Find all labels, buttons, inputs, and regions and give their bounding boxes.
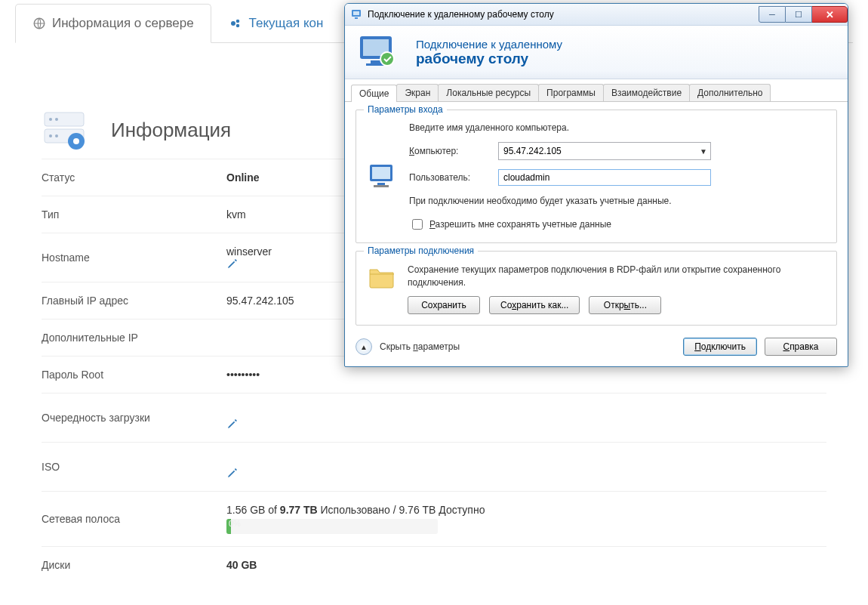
disks-value: 40 GB xyxy=(226,559,826,571)
user-label: Пользователь: xyxy=(409,172,492,183)
save-button[interactable]: Сохранить xyxy=(408,296,480,314)
dtab-programs[interactable]: Программы xyxy=(538,84,604,101)
connection-params-group: Параметры подключения Сохранение текущих… xyxy=(356,251,837,326)
section-title: Информация xyxy=(111,119,231,142)
mainip-label: Главный IP адрес xyxy=(42,295,226,307)
row-disks: Диски 40 GB xyxy=(42,546,826,583)
tab-label: Информация о сервере xyxy=(52,16,194,31)
bootorder-value xyxy=(226,406,826,430)
rdp-monitor-icon xyxy=(357,33,402,71)
tab-server-info[interactable]: Информация о сервере xyxy=(15,4,211,43)
computer-icon xyxy=(367,162,403,192)
svg-point-7 xyxy=(55,118,58,121)
edit-bootorder-icon[interactable] xyxy=(226,418,826,430)
save-creds-label: Разрешить мне сохранять учетные данные xyxy=(429,219,611,230)
rdp-dialog: Подключение к удаленному рабочему столу … xyxy=(344,3,848,367)
globe-icon xyxy=(32,17,46,30)
open-button[interactable]: Открыть... xyxy=(589,296,661,314)
save-as-button[interactable]: Сохранить как... xyxy=(489,296,580,314)
iso-value xyxy=(226,455,826,479)
folder-icon xyxy=(367,264,397,291)
network-label: Сетевая полоса xyxy=(42,513,226,525)
titlebar[interactable]: Подключение к удаленному рабочему столу … xyxy=(345,4,848,26)
svg-point-8 xyxy=(49,134,52,137)
row-network: Сетевая полоса 1.56 GB of 9.77 TB Исполь… xyxy=(42,491,826,546)
svg-rect-22 xyxy=(377,183,385,185)
edit-iso-icon[interactable] xyxy=(226,467,826,479)
dtab-experience[interactable]: Взаимодействие xyxy=(603,84,690,101)
save-creds-row: Разрешить мне сохранять учетные данные xyxy=(409,217,826,232)
connection-desc: Сохранение текущих параметров подключени… xyxy=(408,264,826,289)
computer-input[interactable] xyxy=(499,146,697,156)
dtab-general[interactable]: Общие xyxy=(351,85,397,102)
computer-label: Компьютер: xyxy=(409,146,492,156)
svg-rect-14 xyxy=(355,17,358,19)
disks-label: Диски xyxy=(42,559,226,571)
rootpw-label: Пароль Root xyxy=(42,369,226,381)
dtab-advanced[interactable]: Дополнительно xyxy=(689,84,771,101)
row-bootorder: Очередность загрузки xyxy=(42,393,826,442)
tab-current-config[interactable]: Текущая кон xyxy=(211,4,340,42)
banner-title: Подключение к удаленному рабочему столу xyxy=(416,38,562,67)
type-label: Тип xyxy=(42,208,226,221)
maximize-button[interactable]: ☐ xyxy=(786,6,812,23)
svg-rect-21 xyxy=(372,167,390,179)
network-value: 1.56 GB of 9.77 TB Использовано / 9.76 T… xyxy=(226,504,826,534)
addip-label: Дополнительные IP xyxy=(42,332,226,344)
gears-icon xyxy=(228,17,243,30)
svg-rect-13 xyxy=(353,11,359,15)
svg-point-1 xyxy=(231,21,235,26)
computer-combo[interactable]: ▼ xyxy=(498,142,711,160)
credentials-note: При подключении необходимо будет указать… xyxy=(409,195,826,208)
hostname-label: Hostname xyxy=(42,252,226,264)
dtab-local-resources[interactable]: Локальные ресурсы xyxy=(438,84,539,101)
save-creds-checkbox[interactable] xyxy=(412,219,423,230)
network-progress: 0% xyxy=(226,519,438,534)
combo-arrow-icon[interactable]: ▼ xyxy=(697,147,710,156)
connect-button[interactable]: Подключить xyxy=(683,338,757,356)
help-button[interactable]: Справка xyxy=(765,338,837,356)
dialog-banner: Подключение к удаленному рабочему столу xyxy=(345,26,848,79)
collapse-icon[interactable]: ▲ xyxy=(356,338,372,355)
bootorder-label: Очередность загрузки xyxy=(42,412,226,424)
row-iso: ISO xyxy=(42,442,826,491)
svg-point-9 xyxy=(55,134,58,137)
tab-label: Текущая кон xyxy=(249,16,324,31)
hide-params-link[interactable]: Скрыть параметры xyxy=(380,341,460,352)
window-title: Подключение к удаленному рабочему столу xyxy=(368,9,759,20)
server-icon xyxy=(42,110,94,151)
svg-point-3 xyxy=(235,23,239,27)
login-params-group: Параметры входа Введите имя удаленного к… xyxy=(356,110,837,243)
svg-point-11 xyxy=(73,138,79,144)
svg-point-6 xyxy=(49,118,52,121)
close-button[interactable]: ✕ xyxy=(812,6,848,23)
network-progress-fill: 0% xyxy=(226,519,231,534)
rootpw-value: ••••••••• xyxy=(226,369,826,381)
svg-rect-23 xyxy=(374,185,389,187)
minimize-button[interactable]: ─ xyxy=(759,6,786,23)
rdp-app-icon xyxy=(351,8,363,20)
user-input[interactable] xyxy=(498,169,711,186)
login-params-legend: Параметры входа xyxy=(364,104,447,115)
status-label: Статус xyxy=(42,171,226,184)
dialog-footer: ▲ Скрыть параметры Подключить Справка xyxy=(345,330,848,366)
dtab-screen[interactable]: Экран xyxy=(396,84,439,101)
iso-label: ISO xyxy=(42,461,226,473)
svg-point-19 xyxy=(380,52,394,66)
dialog-tabs: Общие Экран Локальные ресурсы Программы … xyxy=(345,79,848,102)
prompt-text: Введите имя удаленного компьютера. xyxy=(409,122,826,133)
svg-rect-17 xyxy=(371,60,381,63)
svg-point-2 xyxy=(235,19,239,23)
connection-params-legend: Параметры подключения xyxy=(364,245,478,256)
